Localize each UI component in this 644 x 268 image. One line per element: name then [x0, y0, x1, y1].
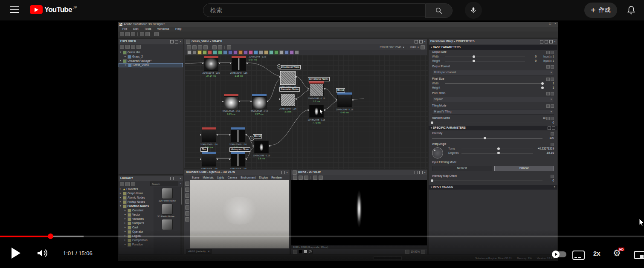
caret-icon[interactable]: ▸ [120, 200, 121, 204]
search-button[interactable] [425, 3, 453, 18]
view2d-tool-icon-2[interactable] [299, 176, 303, 180]
function-toggle-icon[interactable] [546, 51, 550, 54]
graph-tool-icon-1[interactable] [187, 45, 191, 49]
graph-node[interactable]: 2048x2048 - L165.8 msBlend [254, 138, 269, 153]
caret-icon[interactable]: ▸ [120, 187, 121, 191]
caret-icon[interactable]: ▸ [120, 196, 121, 199]
reset-icon[interactable] [551, 51, 554, 54]
notifications-button[interactable] [626, 5, 636, 15]
explorer-item[interactable]: ▾Grass.sbs [119, 50, 183, 55]
parent-size-dropdown[interactable]: Parent Size: 2048 [380, 46, 401, 49]
output-format-dropdown[interactable]: 8 bits per channel ▾ [432, 70, 554, 75]
panel-dock-icon[interactable] [281, 171, 285, 174]
palette-node-icon-12[interactable] [249, 50, 253, 55]
palette-node-icon-15[interactable] [264, 50, 268, 55]
palette-node-icon-11[interactable] [244, 50, 248, 55]
reset-icon[interactable] [551, 104, 554, 108]
window-close-button[interactable]: × [554, 22, 556, 26]
turns-slider[interactable] [461, 149, 533, 149]
panel-close-icon[interactable]: × [180, 177, 181, 180]
caret-icon[interactable]: ▸ [125, 63, 126, 67]
function-toggle-icon[interactable] [551, 132, 554, 135]
panel-float-icon[interactable] [415, 40, 418, 43]
graph-node[interactable]: 2048x2048 - L162.08 ms [232, 56, 246, 71]
open-file-icon[interactable] [125, 32, 130, 36]
section-base-parameters[interactable]: ▾ BASE PARAMETERS [429, 45, 557, 50]
caret-icon[interactable]: ▾ [120, 51, 121, 54]
view3d-menu-environment[interactable]: Environment [239, 176, 257, 179]
panel-dock-icon[interactable] [175, 40, 178, 43]
graph-node[interactable]: 2048x2048 - L167.73 ms [309, 103, 324, 118]
library-item[interactable]: ▸Vector [119, 213, 154, 217]
graph-tool-icon-3[interactable] [198, 45, 202, 49]
panel-float-icon[interactable] [170, 40, 174, 43]
dice-icon[interactable]: ⚄ [543, 117, 545, 120]
palette-node-icon-5[interactable] [213, 50, 217, 55]
caret-icon[interactable]: ▾ [120, 205, 121, 208]
palette-node-icon-21[interactable] [295, 50, 299, 55]
pixel-width-slider[interactable] [445, 84, 542, 84]
library-item[interactable]: ▸FxMap Nodes [119, 200, 154, 204]
graph-node[interactable]: 2048x2048 - L163.3 msGaussian Noise [281, 92, 295, 107]
panel-close-icon[interactable]: × [554, 40, 556, 43]
palette-node-icon-6[interactable] [218, 50, 222, 55]
camera-icon[interactable] [185, 182, 189, 186]
angle-dial[interactable] [432, 147, 443, 158]
environment-icon[interactable] [185, 205, 189, 210]
link-icon[interactable] [154, 32, 159, 36]
caret-icon[interactable]: ▸ [125, 55, 126, 58]
window-minimize-button[interactable]: – [544, 22, 546, 26]
palette-node-icon-17[interactable] [274, 50, 278, 55]
redo-icon[interactable] [145, 32, 150, 36]
caret-icon[interactable]: ▸ [125, 209, 126, 212]
volume-button[interactable] [37, 248, 48, 258]
filtering-bilinear-button[interactable]: Bilinear [494, 166, 554, 171]
hamburger-menu-icon[interactable] [10, 6, 19, 13]
search-input[interactable] [203, 3, 425, 17]
output-width-slider[interactable] [445, 57, 525, 57]
settings-button[interactable]: ⚙ HD [613, 248, 621, 258]
explorer-new-icon[interactable] [120, 45, 124, 49]
graph-node[interactable]: 2048x2048 - L16Histogram Scan [231, 152, 245, 167]
material-icon[interactable] [185, 199, 189, 204]
palette-node-icon-10[interactable] [238, 50, 243, 55]
graph-node[interactable]: 2048x2048 - L160.2 msDirectional Noise [309, 81, 324, 96]
panel-close-icon[interactable]: × [286, 171, 288, 174]
pixel-ratio-dropdown[interactable]: Square ▾ [432, 97, 554, 102]
menu-edit[interactable]: Edit [131, 27, 141, 31]
view3d-menu-camera[interactable]: Camera [226, 176, 238, 179]
caret-icon[interactable]: ▾ [120, 59, 121, 63]
graph-settings-icon[interactable] [421, 45, 425, 49]
menu-file[interactable]: File [120, 27, 130, 31]
height-inherit-link[interactable]: Input x 1 [539, 59, 554, 63]
progress-bar[interactable] [0, 236, 644, 237]
library-search-input[interactable] [150, 182, 178, 186]
palette-node-icon-20[interactable] [290, 50, 294, 55]
panel-float-icon[interactable] [170, 177, 174, 180]
subtitles-button[interactable] [572, 251, 585, 260]
palette-node-icon-14[interactable] [259, 50, 263, 55]
filtering-nearest-button[interactable]: Nearest [432, 166, 492, 171]
explorer-item[interactable]: ▸Grass_2 [119, 55, 183, 59]
size-dropdown[interactable]: 2048 [410, 46, 416, 49]
menu-help[interactable]: Help [173, 27, 184, 31]
wireframe-icon[interactable] [185, 193, 189, 198]
library-asset[interactable]: 3D Perlin Noise [155, 188, 180, 202]
explorer-open-icon[interactable] [125, 45, 130, 49]
palette-node-icon-1[interactable] [192, 50, 197, 55]
caret-icon[interactable]: ▸ [125, 222, 126, 225]
youtube-logo[interactable]: YouTube JP [30, 5, 77, 14]
view2d-tool-icon-1[interactable] [293, 176, 297, 180]
view2d-tool-icon-3[interactable] [304, 176, 308, 180]
view2d-tool-icon-5[interactable] [319, 176, 323, 180]
palette-node-icon-18[interactable] [279, 50, 284, 55]
pixel-height-slider[interactable] [445, 88, 542, 88]
autoplay-toggle[interactable] [552, 251, 566, 257]
palette-node-icon-9[interactable] [233, 50, 238, 55]
palette-node-icon-7[interactable] [223, 50, 227, 55]
library-item[interactable]: ▸Cast [119, 225, 154, 230]
preset-icon[interactable] [548, 127, 551, 130]
function-toggle-icon[interactable] [551, 143, 554, 146]
reset-view-icon[interactable] [185, 217, 189, 222]
library-edit-icon[interactable] [131, 182, 135, 186]
